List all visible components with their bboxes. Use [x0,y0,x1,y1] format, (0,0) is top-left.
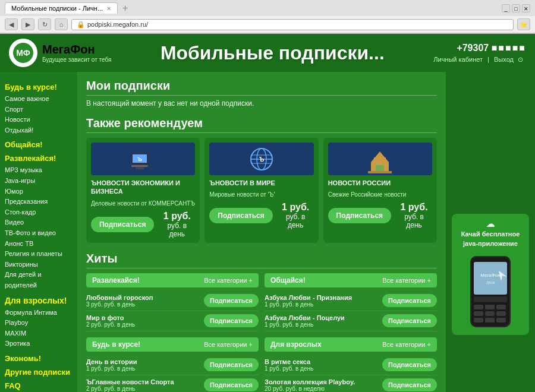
sidebar-item-playboy[interactable]: Playboy [5,318,73,328]
svg-rect-33 [485,318,495,323]
hits-column-obschaisya: Общайся! Все категории + Азбука Любви - … [265,273,437,331]
hits-item-sportnews: ЪГлавные новости Спорта 2 руб. руб. в де… [86,375,259,392]
back-button[interactable]: ◀ [5,18,18,30]
sidebar-item-video[interactable]: Видео [5,217,73,228]
sidebar-item-stopkadr[interactable]: Стоп-кадр [5,207,73,218]
hits-cat-all-adults[interactable]: Все категории + [382,341,431,348]
sidebar-item-deti[interactable]: Для детей и родителей [5,270,73,290]
hits-cat-all-obschaisya[interactable]: Все категории + [382,277,431,284]
hits-cat-all-razvlekaisya[interactable]: Все категории + [204,277,253,284]
hits-sub-btn-goroskop[interactable]: Подписаться [204,294,259,307]
sidebar-item-sport[interactable]: Спорт [5,105,73,115]
hits-item-price-sport: 2 руб. руб. в день [86,385,199,392]
svg-rect-29 [474,311,483,316]
page: МФ МегаФон Будущее зависит от тебя Мобил… [0,34,535,392]
cabinet-link[interactable]: Личный кабинет [433,56,483,63]
hits-cat-all-budkurse[interactable]: Все категории + [204,341,253,348]
hits-item-price-goroskop: 3 руб. руб. в день [86,301,199,308]
sidebar-item-anons[interactable]: Анонс ТВ [5,239,73,249]
exit-link[interactable]: Выход [494,56,514,63]
subscribe-btn-2[interactable]: Подписаться [328,208,391,223]
subscribe-btn-1[interactable]: Подписаться [209,208,272,223]
card-subtitle-0: Деловые новости от КОММЕРСАНТЪ [91,200,195,207]
sidebar-item-otdykhai[interactable]: Отдыхай! [5,125,73,136]
sidebar-item-religion[interactable]: Религия и планеты [5,249,73,260]
sidebar-item-novosti[interactable]: Новости [5,115,73,125]
sidebar-item-java[interactable]: Java-игры [5,176,73,186]
address-bar[interactable]: 🔒 podpiski.megafon.ru/ [71,19,514,30]
svg-rect-5 [136,167,144,169]
sidebar-item-vazhnoye[interactable]: Самое важное [5,94,73,105]
sidebar-section-economy: Экономь! [5,354,73,363]
tab-close-btn[interactable]: ✕ [106,5,111,12]
hits-sub-btn-mirfoto[interactable]: Подписаться [204,314,259,327]
hits-column-budkurse: Будь в курсе! Все категории + День в ист… [86,337,259,392]
header-links: Личный кабинет | Выход ⊙ [433,56,526,64]
svg-text:Java: Java [486,280,495,284]
card-image-2 [328,143,432,175]
content-area: Мои подписки В настоящий момент у вас не… [77,72,446,392]
hits-item-title-sport: ЪГлавные новости Спорта [86,378,199,385]
close-btn[interactable]: ✕ [522,4,530,12]
svg-rect-22 [474,262,507,295]
hits-cat-header-obschaisya: Общайся! Все категории + [265,273,437,287]
sidebar-item-tvfoto[interactable]: ТВ-Фото и видео [5,228,73,239]
hits-item-info-potselui: Азбука Любви - Поцелуи 1 руб. руб. в ден… [265,314,377,328]
card-image-0: Ъ [91,143,195,175]
sidebar-item-mp3[interactable]: MP3 музыка [5,165,73,176]
sidebar-item-umor[interactable]: Юмор [5,186,73,197]
hits-item-info-priznaniya: Азбука Любви - Признания 1 руб. руб. в д… [265,294,377,308]
hits-sub-btn-playboy[interactable]: Подписаться [382,378,437,391]
sidebar-item-erotika[interactable]: Эротика [5,339,73,349]
hits-sub-btn-potselui[interactable]: Подписаться [382,314,437,327]
svg-rect-32 [474,318,483,323]
hits-cat-title-adults: Для взрослых [270,340,322,349]
logo-title: МегаФон [42,43,111,56]
refresh-button[interactable]: ↻ [38,18,51,30]
hits-item-price-potselui: 1 руб. руб. в день [265,321,377,328]
card-bottom-1: Подписаться 1 руб. руб. в день [209,202,313,229]
hits-item-info-mirfoto: Мир в фото 2 руб. руб. в день [86,314,199,328]
logo-icon: МФ [9,39,37,67]
sidebar: Будь в курсе! Самое важное Спорт Новости… [0,72,77,392]
hits-item-potselui: Азбука Любви - Поцелуи 1 руб. руб. в ден… [265,311,437,331]
hits-cat-title-razvlekaisya: Развлекайся! [92,276,140,284]
svg-rect-27 [485,305,495,309]
sidebar-item-formula[interactable]: Формула Интима [5,308,73,318]
faq-section: FAQ ? Как подписаться? Подписаться можно… [5,381,73,392]
svg-text:Ъ: Ъ [137,156,142,162]
phone-promo-container: ☁ Качай бесплатное java-приложение МегаФ… [446,72,535,392]
sidebar-item-maxim[interactable]: MAXIM [5,328,73,339]
sidebar-item-viktoriny[interactable]: Викторины [5,260,73,270]
header: МФ МегаФон Будущее зависит от тебя Мобил… [0,34,535,72]
phone-mask: ■■■■■ [492,43,526,53]
logo-subtitle: Будущее зависит от тебя [42,56,111,63]
hits-item-denistории: День в истории 1 руб. руб. в день Подпис… [86,355,259,375]
forward-button[interactable]: ▶ [21,18,34,30]
no-subscriptions-text: В настоящий момент у вас нет ни одной по… [86,99,437,108]
maximize-btn[interactable]: □ [512,4,520,12]
hits-sub-btn-sport[interactable]: Подписаться [204,378,259,391]
search-button[interactable]: ⭐ [517,18,530,30]
browser-tab[interactable]: Мобильные подписки - Личн... ✕ [5,2,118,14]
sidebar-item-predskazaniya[interactable]: Предсказания [5,197,73,207]
hits-section: Хиты Развлекайся! Все категории + Любовн… [86,252,437,392]
hits-sub-btn-ritm[interactable]: Подписаться [382,358,437,371]
hits-sub-btn-priznaniya[interactable]: Подписаться [382,294,437,307]
card-title-2: НОВОСТИ РОССИИ [328,179,432,187]
svg-rect-25 [474,296,507,302]
svg-rect-18 [368,171,392,173]
new-tab-btn[interactable]: + [122,3,128,14]
hits-sub-btn-den[interactable]: Подписаться [204,358,259,371]
header-center: Мобильные подписки... [123,42,421,64]
home-button[interactable]: ⌂ [55,18,68,30]
minimize-btn[interactable]: _ [502,4,510,12]
my-subscriptions-section: Мои подписки В настоящий момент у вас не… [86,79,437,108]
subscribe-btn-0[interactable]: Подписаться [91,217,154,232]
card-price-0: 1 руб. руб. в день [159,211,195,238]
hits-columns-row1: Развлекайся! Все категории + Любовный го… [86,273,437,331]
header-right: +79307 ■■■■■ Личный кабинет | Выход ⊙ [433,43,526,64]
main-content: Будь в курсе! Самое важное Спорт Новости… [0,72,535,392]
hits-columns-row2: Будь в курсе! Все категории + День в ист… [86,337,437,392]
hits-item-goroskop: Любовный гороскоп 3 руб. руб. в день Под… [86,291,259,311]
